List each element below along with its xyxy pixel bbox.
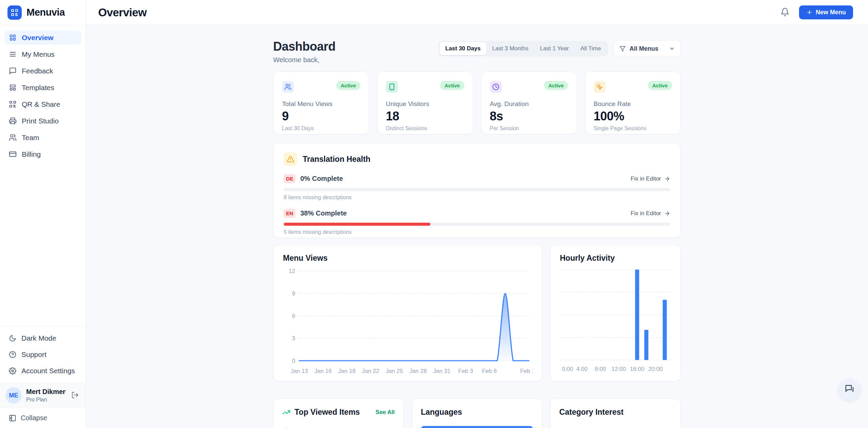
menu-views-card: Menu Views 036912Jan 13Jan 16Jan 19Jan 2… [273,245,542,381]
dashboard-heading: Dashboard Welcome back, [273,39,336,64]
panel-collapse-icon [9,414,16,422]
svg-text:Jan 31: Jan 31 [433,368,450,374]
topbar-actions: New Menu [780,5,853,19]
see-all-link[interactable]: See All [376,409,395,416]
logout-icon [71,391,79,399]
stat-sublabel: Last 30 Days [282,125,360,132]
hourly-activity-card: Hourly Activity 0:004:008:0012:0016:0020… [550,245,681,381]
translation-row-de: DE 0% Complete Fix in Editor 8 items mis… [284,174,670,201]
translation-note: 8 items missing descriptions [284,194,670,201]
svg-text:Jan 28: Jan 28 [409,368,427,374]
topbar: Overview New Menu [86,0,868,25]
user-profile-section[interactable]: ME Mert Dikmen ... Pro Plan [0,383,86,408]
arrow-right-icon [664,176,670,182]
clock-icon [490,81,502,93]
sidebar-nav: Overview My Menus Feedback Templates QR … [0,25,86,326]
fix-in-editor-link[interactable]: Fix in Editor [631,210,670,217]
collapse-sidebar-button[interactable]: Collapse [0,408,86,428]
sidebar-item-qr-share[interactable]: QR & Share [4,97,81,111]
printer-icon [9,117,17,125]
trending-up-icon [282,408,290,416]
fix-in-editor-link[interactable]: Fix in Editor [631,175,670,182]
user-meta: Mert Dikmen ... Pro Plan [26,388,66,403]
menu-views-chart: 036912Jan 13Jan 16Jan 19Jan 22Jan 25Jan … [283,266,533,378]
stat-card-avg-duration: Active Avg. Duration 8s Per Session [481,71,577,134]
warning-icon [284,152,297,166]
stat-value: 8s [490,109,568,123]
filter-last-1-year[interactable]: Last 1 Year [534,42,574,55]
top-viewed-title: Top Viewed Items [295,408,360,417]
filter-last-3-months[interactable]: Last 3 Months [486,42,534,55]
stat-sublabel: Distinct Sessions [386,125,464,132]
translation-health-title: Translation Health [303,155,370,164]
hourly-activity-chart: 0:004:008:0012:0016:0020:00 [560,266,673,378]
filter-all-time[interactable]: All Time [575,42,607,55]
sidebar-item-label: Feedback [22,67,53,75]
filter-funnel-icon [619,46,626,52]
help-circle-icon [9,351,16,358]
svg-text:8:00: 8:00 [595,366,606,372]
progress-fill [284,223,430,226]
status-badge: Active [544,81,568,90]
sidebar-item-label: Overview [22,34,53,42]
svg-text:Jan 19: Jan 19 [338,368,355,374]
translation-status: 38% Complete [300,209,347,217]
svg-text:6: 6 [292,313,295,319]
sidebar-item-overview[interactable]: Overview [4,31,81,45]
dark-mode-toggle[interactable]: Dark Mode [4,331,81,345]
smartphone-icon [386,81,398,93]
stat-card-unique-visitors: Active Unique Visitors 18 Distinct Sessi… [377,71,473,134]
stat-value: 18 [386,109,464,123]
chat-bubble-icon [9,67,17,75]
sidebar-item-team[interactable]: Team [4,131,81,144]
category-interest-card: Category Interest [550,398,681,428]
utility-label: Dark Mode [21,334,56,342]
logout-button[interactable] [70,390,80,401]
svg-text:16:00: 16:00 [630,366,644,372]
account-settings-link[interactable]: Account Settings [4,364,81,378]
svg-text:Jan 25: Jan 25 [386,368,403,374]
stat-label: Avg. Duration [490,100,568,108]
stat-sublabel: Per Session [490,125,568,132]
chevron-down-icon [669,46,675,52]
languages-title: Languages [421,408,462,417]
svg-text:Feb 3: Feb 3 [458,368,473,374]
translation-note: 5 items missing descriptions [284,229,670,235]
dashboard-icon [9,34,17,41]
sidebar-item-print-studio[interactable]: Print Studio [4,114,81,128]
svg-text:12: 12 [289,268,295,274]
content-scroll-area[interactable]: Dashboard Welcome back, Last 30 Days Las… [86,25,868,428]
sidebar-item-templates[interactable]: Templates [4,81,81,95]
sidebar-item-my-menus[interactable]: My Menus [4,47,81,61]
stat-value: 100% [594,109,672,123]
menu-filter-select[interactable]: All Menus [614,40,681,57]
stat-label: Total Menu Views [282,100,360,108]
svg-text:12:00: 12:00 [612,366,626,372]
chat-fab-button[interactable] [839,378,861,400]
hourly-activity-title: Hourly Activity [560,254,671,263]
sidebar-item-feedback[interactable]: Feedback [4,64,81,78]
stat-label: Unique Visitors [386,100,464,108]
utility-label: Support [21,350,47,359]
support-link[interactable]: Support [4,347,81,362]
bell-icon [780,7,790,17]
status-badge: Active [336,81,360,90]
fix-link-label: Fix in Editor [631,175,661,182]
top-viewed-items-card: Top Viewed Items See All 1 Latte 5 views [273,398,404,428]
user-name: Mert Dikmen ... [26,388,66,396]
stat-value: 9 [282,109,360,123]
stat-label: Bounce Rate [594,100,672,108]
translation-status: 0% Complete [300,175,343,183]
stats-row: Active Total Menu Views 9 Last 30 Days A… [273,71,681,134]
page-header-title: Overview [98,6,147,19]
menuvia-logo [7,5,22,20]
svg-text:4:00: 4:00 [576,366,587,372]
new-menu-button[interactable]: New Menu [799,5,853,19]
notifications-button[interactable] [780,7,790,18]
users-icon [9,134,17,141]
filter-last-30-days[interactable]: Last 30 Days [440,42,486,55]
sidebar-item-billing[interactable]: Billing [4,147,81,161]
svg-text:Jan 22: Jan 22 [362,368,379,374]
status-badge: Active [648,81,672,90]
brand-header: Menuvia [0,0,86,25]
